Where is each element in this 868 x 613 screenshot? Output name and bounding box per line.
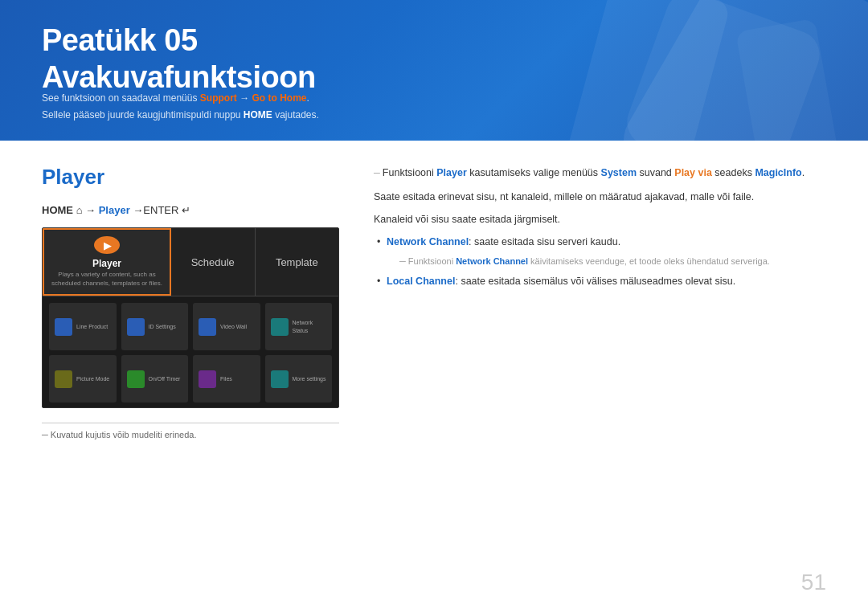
bullet-list-2: Local Channel: saate esitada sisemälus v… (374, 273, 828, 289)
sub-note: ─ Funktsiooni Network Channel käivitamis… (374, 255, 828, 268)
grid-label-3: Network Status (293, 319, 327, 333)
footnote: ─ Kuvatud kujutis võib mudeliti erineda. (42, 423, 339, 439)
footnote-text: ─ Kuvatud kujutis võib mudeliti erineda. (42, 430, 196, 439)
intro-player: Player (436, 167, 467, 178)
grid-item-0: Line Product (49, 303, 117, 350)
grid-label-0: Line Product (76, 323, 108, 330)
grid-label-4: Picture Mode (76, 375, 109, 382)
grid-icon-7 (271, 370, 289, 388)
sub-rest: käivitamiseks veenduge, et toode oleks ü… (528, 256, 770, 266)
intro-em: ─ (374, 168, 383, 178)
intro-mid2: suvand (637, 167, 674, 178)
right-column: ─ Funktsiooni Player kasutamiseks valige… (358, 141, 868, 613)
screenshot-player-sub: Plays a variety of content, such as sche… (51, 271, 163, 288)
intro-line: ─ Funktsiooni Player kasutamiseks valige… (374, 165, 828, 181)
nav-arrow1: ⌂ → (76, 204, 99, 216)
desc1: Saate esitada erinevat sisu, nt kanaleid… (374, 189, 828, 205)
bullet-item-local: Local Channel: saate esitada sisemälus v… (374, 273, 828, 289)
sub-em: ─ (399, 256, 408, 266)
content-area: Player HOME ⌂ → Player →ENTER ↵ Player P… (0, 141, 868, 613)
section-title: Player (42, 165, 316, 190)
nav-home: HOME (42, 204, 76, 216)
grid-icon-2 (199, 318, 216, 336)
intro-magicinfo: MagicInfo (755, 167, 801, 178)
intro-system: System (601, 167, 637, 178)
grid-icon-5 (127, 370, 145, 388)
grid-label-6: Files (220, 375, 232, 382)
chapter-title: Peatükk 05 Avakuvafunktsioon (42, 22, 316, 96)
grid-item-1: ID Settings (121, 303, 189, 350)
intro-pre: Funktsiooni (383, 167, 436, 178)
nav-player-link: Player (99, 204, 130, 216)
grid-label-5: On/Off Timer (149, 375, 181, 382)
intro-playvia: Play via (674, 167, 712, 178)
screenshot-schedule-label: Schedule (191, 256, 235, 268)
grid-item-4: Picture Mode (49, 355, 117, 403)
intro-mid3: seadeks (712, 167, 755, 178)
screenshot-template-tile: Template (256, 228, 339, 296)
page-number: 51 (801, 570, 826, 595)
screenshot-schedule-tile: Schedule (171, 228, 256, 296)
grid-item-5: On/Off Timer (121, 355, 189, 403)
grid-label-1: ID Settings (149, 323, 176, 330)
header-banner: Peatükk 05 Avakuvafunktsioon See funktsi… (0, 0, 868, 141)
intro-mid1: kasutamiseks valige menüüs (467, 167, 601, 178)
grid-item-2: Video Wall (193, 303, 260, 350)
player-play-icon (94, 236, 120, 254)
bullet-item-network: Network Channel: saate esitada sisu serv… (374, 234, 828, 250)
header-desc-line1: See funktsioon on saadaval menüüs Suppor… (42, 90, 319, 106)
header-desc-line2: Sellele pääseb juurde kaugjuhtimispuldi … (42, 107, 319, 123)
header-description: See funktsioon on saadaval menüüs Suppor… (42, 90, 319, 123)
grid-icon-4 (55, 370, 72, 388)
chapter-number: Peatükk 05 (42, 23, 198, 57)
bullet2-bold: Local Channel (387, 276, 455, 287)
screenshot-player-label: Player (92, 258, 121, 269)
grid-item-3: Network Status (265, 303, 333, 350)
intro-post: . (802, 167, 805, 178)
grid-icon-0 (55, 318, 72, 336)
grid-icon-3 (271, 318, 289, 336)
nav-instruction: HOME ⌂ → Player →ENTER ↵ (42, 204, 316, 216)
screenshot-player-tile: Player Plays a variety of content, such … (43, 228, 171, 296)
grid-icon-6 (199, 370, 216, 388)
sub-bold: Network Channel (456, 256, 528, 266)
grid-label-7: More settings (293, 375, 326, 382)
bullet1-bold: Network Channel (387, 236, 469, 247)
left-column: Player HOME ⌂ → Player →ENTER ↵ Player P… (0, 141, 358, 613)
sub-pre: Funktsiooni (408, 256, 456, 266)
grid-item-6: Files (193, 355, 260, 403)
grid-label-2: Video Wall (220, 323, 247, 330)
bullet-list: Network Channel: saate esitada sisu serv… (374, 234, 828, 250)
grid-item-7: More settings (265, 355, 333, 403)
bullet1-rest: : saate esitada sisu serveri kaudu. (469, 236, 620, 247)
screenshot-bottom-grid: Line Product ID Settings Video Wall Netw… (43, 296, 338, 408)
bullet2-rest: : saate esitada sisemälus või välises mä… (455, 276, 735, 287)
desc2: Kanaleid või sisu saate esitada järgmise… (374, 211, 828, 227)
screenshot-template-label: Template (276, 256, 318, 268)
grid-icon-1 (127, 318, 145, 336)
screenshot-box: Player Plays a variety of content, such … (42, 227, 339, 408)
screenshot-top-bar: Player Plays a variety of content, such … (43, 228, 338, 296)
chapter-heading: Avakuvafunktsioon (42, 60, 316, 94)
header-text: Peatükk 05 Avakuvafunktsioon (42, 22, 316, 96)
nav-arrow2: →ENTER (130, 204, 182, 216)
nav-enter-icon: ↵ (182, 204, 190, 216)
